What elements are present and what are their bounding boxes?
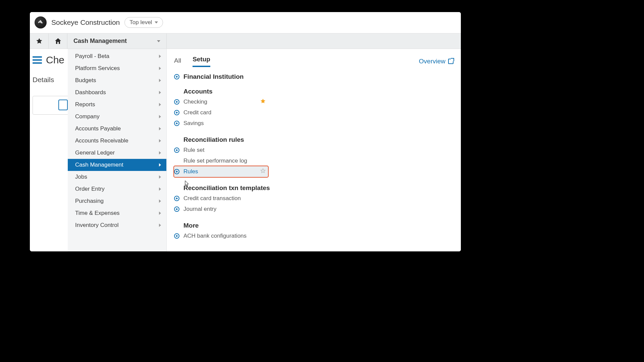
star-filled-icon[interactable] xyxy=(260,98,266,106)
menu-item[interactable]: Rules xyxy=(174,166,268,177)
menu-item[interactable]: Savings xyxy=(174,118,268,129)
tab-setup[interactable]: Setup xyxy=(193,56,210,67)
module-item-label: Cash Management xyxy=(75,162,123,168)
spacer xyxy=(174,137,179,142)
star-outline-icon[interactable] xyxy=(260,168,266,176)
nav-spacer xyxy=(167,34,461,49)
chevron-right-icon xyxy=(159,103,161,106)
chevron-right-icon xyxy=(159,91,161,94)
section-title: Reconciliation rules xyxy=(183,136,244,143)
module-dropdown[interactable]: Cash Management xyxy=(67,34,167,49)
module-item-label: Payroll - Beta xyxy=(75,53,109,60)
plus-circle-icon[interactable] xyxy=(174,74,179,79)
module-item[interactable]: Purchasing xyxy=(68,195,166,207)
module-item[interactable]: Cash Management xyxy=(68,159,166,171)
module-item[interactable]: Accounts Receivable xyxy=(68,135,166,147)
scope-dropdown[interactable]: Top level xyxy=(124,17,163,28)
star-icon xyxy=(36,38,43,45)
module-item-label: Time & Expenses xyxy=(75,210,120,217)
module-item-label: Jobs xyxy=(75,174,87,180)
chevron-right-icon xyxy=(159,151,161,155)
chevron-right-icon xyxy=(159,139,161,142)
menu-item-label: ACH bank configurations xyxy=(183,233,247,239)
menu-item[interactable]: Credit card transaction xyxy=(174,193,268,204)
overview-link[interactable]: Overview xyxy=(419,58,453,67)
plus-circle-icon[interactable] xyxy=(174,233,179,239)
module-item[interactable]: Platform Services xyxy=(68,62,166,74)
module-item-label: Dashboards xyxy=(75,89,106,96)
menu-item-label: Checking xyxy=(183,99,207,105)
module-list: Payroll - BetaPlatform ServicesBudgetsDa… xyxy=(68,49,167,251)
module-item[interactable]: Time & Expenses xyxy=(68,207,166,219)
module-item[interactable]: Jobs xyxy=(68,171,166,183)
body-area: Che Details Payroll - BetaPlatform Servi… xyxy=(30,49,461,251)
module-item[interactable]: Reports xyxy=(68,99,166,111)
section-financial-institution[interactable]: Financial Institution xyxy=(174,73,453,80)
plus-circle-icon[interactable] xyxy=(174,121,179,126)
plus-circle-icon[interactable] xyxy=(174,147,179,153)
module-item-label: Accounts Payable xyxy=(75,125,121,132)
company-name: Sockeye Construction xyxy=(51,18,120,26)
chevron-right-icon xyxy=(159,127,161,130)
home-button[interactable] xyxy=(49,34,67,49)
section-heading-templates: Reconciliation txn templates xyxy=(174,184,453,192)
chevron-right-icon xyxy=(159,79,161,82)
chevron-down-icon xyxy=(155,21,158,23)
chevron-down-icon xyxy=(157,40,160,42)
plus-circle-icon[interactable] xyxy=(174,196,179,201)
section-title: More xyxy=(183,222,199,229)
list-icon[interactable] xyxy=(33,56,42,64)
chevron-right-icon xyxy=(159,163,161,167)
module-item[interactable]: Company xyxy=(68,111,166,123)
external-link-icon xyxy=(448,59,453,64)
menu-item-label: Credit card xyxy=(183,109,211,116)
menu-item-label: Rule set xyxy=(183,147,204,154)
favorites-button[interactable] xyxy=(30,34,49,49)
menu-item[interactable]: Checking xyxy=(174,97,268,107)
module-item[interactable]: Payroll - Beta xyxy=(68,50,166,62)
tab-details[interactable]: Details xyxy=(33,76,54,84)
spacer xyxy=(174,185,179,191)
menu-item[interactable]: ACH bank configurations xyxy=(174,231,268,241)
card-button[interactable] xyxy=(58,100,68,110)
plus-circle-icon[interactable] xyxy=(174,169,179,174)
section-title: Reconciliation txn templates xyxy=(183,184,270,192)
page-title: Che xyxy=(46,54,64,66)
module-submenu: All Setup Overview Financial Institution xyxy=(167,49,461,251)
menu-item[interactable]: Rule set performance log xyxy=(174,156,268,166)
menu-item[interactable]: Journal entry xyxy=(174,204,268,215)
module-item[interactable]: Accounts Payable xyxy=(68,123,166,135)
plus-circle-icon[interactable] xyxy=(174,99,179,105)
menu-item[interactable]: Rule set xyxy=(174,145,268,156)
module-item-label: Company xyxy=(75,113,100,120)
company-logo xyxy=(35,16,47,28)
chevron-right-icon xyxy=(159,55,161,58)
scope-label: Top level xyxy=(129,19,152,26)
bird-icon xyxy=(37,19,44,26)
module-item-label: Budgets xyxy=(75,77,96,84)
plus-circle-icon[interactable] xyxy=(174,110,179,115)
group-txn-templates: Reconciliation txn templates Credit card… xyxy=(174,184,453,215)
menu-item[interactable]: Credit card xyxy=(174,107,268,118)
module-item[interactable]: Inventory Control xyxy=(68,219,166,231)
chevron-right-icon xyxy=(159,224,161,227)
section-heading-more: More xyxy=(174,222,453,229)
tab-all[interactable]: All xyxy=(174,57,181,67)
chevron-right-icon xyxy=(159,199,161,203)
module-item-label: Inventory Control xyxy=(75,222,118,229)
section-title: Accounts xyxy=(183,88,213,95)
section-heading-recon: Reconciliation rules xyxy=(174,136,453,143)
content-card xyxy=(33,96,69,115)
spacer xyxy=(174,89,179,94)
module-item-label: Order Entry xyxy=(75,186,105,192)
module-item[interactable]: Order Entry xyxy=(68,183,166,195)
module-item[interactable]: Dashboards xyxy=(68,86,166,99)
chevron-right-icon xyxy=(159,212,161,215)
module-item[interactable]: Budgets xyxy=(68,74,166,86)
module-item-label: Purchasing xyxy=(75,198,104,204)
app-window: Sockeye Construction Top level Cash Mana… xyxy=(30,12,461,251)
module-item[interactable]: General Ledger xyxy=(68,147,166,159)
group-more: More ACH bank configurations xyxy=(174,222,453,241)
menu-item-label: Journal entry xyxy=(183,206,216,213)
plus-circle-icon[interactable] xyxy=(174,206,179,212)
